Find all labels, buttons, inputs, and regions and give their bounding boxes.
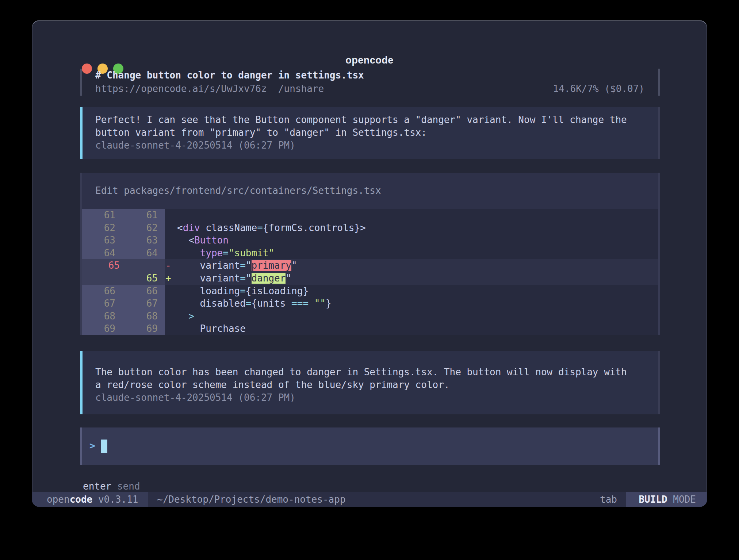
send-hint: enter send — [83, 480, 140, 493]
message-accent-bar — [80, 107, 83, 159]
hint-bar: enter send Anthropic Claude Sonnet 4 — [83, 467, 657, 480]
code-line: > — [177, 310, 658, 323]
old-line-number: 66 — [82, 285, 120, 298]
diff-marker: - — [165, 259, 176, 272]
edit-diff-panel: Edit packages/frontend/src/containers/Se… — [80, 173, 660, 335]
input-right-rail — [658, 427, 660, 465]
code-line: loading={isLoading} — [177, 285, 658, 298]
assistant-message: The button color has been changed to dan… — [80, 351, 660, 414]
message-line: a red/rose color scheme instead of the b… — [95, 379, 450, 390]
diff-row: 65 + variant="danger" — [82, 272, 658, 285]
diff-marker: + — [165, 272, 176, 285]
prompt-symbol: > — [89, 439, 95, 453]
new-line-number: 69 — [120, 322, 158, 335]
app-name-prefix: open — [47, 494, 70, 505]
diff-row: 64 64 type="submit" — [82, 247, 658, 260]
old-line-number: 69 — [82, 322, 120, 335]
assistant-message: Perfect! I can see that the Button compo… — [80, 107, 660, 159]
opencode-terminal-window: opencode # Change button color to danger… — [32, 20, 707, 507]
app-version-segment: opencode v0.3.11 — [32, 492, 148, 507]
new-line-number: 62 — [120, 222, 158, 234]
diff-file-header: Edit packages/frontend/src/containers/Se… — [82, 173, 658, 209]
spacer — [267, 83, 278, 94]
new-line-number: 65 — [120, 272, 158, 285]
enter-key-hint: enter — [83, 481, 111, 492]
message-line: The button color has been changed to dan… — [95, 367, 627, 377]
new-line-number: 68 — [120, 310, 158, 323]
message-text: The button color has been changed to dan… — [95, 366, 649, 404]
diff-row: 69 69 Purchase — [82, 322, 658, 335]
diff-row: 66 66 loading={isLoading} — [82, 285, 658, 298]
code-line: <div className={formCs.controls}> — [177, 222, 658, 234]
old-line-number: 61 — [82, 209, 120, 222]
old-line-number: 68 — [82, 310, 120, 323]
old-line-number: 64 — [82, 247, 120, 260]
new-line-number: 61 — [120, 209, 158, 222]
message-accent-bar — [80, 351, 83, 414]
code-line: variant="primary" — [177, 259, 658, 272]
new-line-number: 66 — [120, 285, 158, 298]
message-line: Perfect! I can see that the Button compo… — [95, 114, 627, 125]
app-name-bold: code — [70, 494, 93, 505]
unshare-command[interactable]: /unshare — [278, 83, 324, 94]
old-line-number: 65 — [82, 259, 120, 272]
session-title: # Change button color to danger in setti… — [95, 69, 644, 82]
app-version: v0.3.11 — [92, 494, 138, 505]
code-line: disabled={units === ""} — [177, 297, 658, 310]
diff-row: 63 63 <Button — [82, 234, 658, 247]
diff-row: 68 68 > — [82, 310, 658, 323]
message-line: button variant from "primary" to "danger… — [95, 127, 427, 138]
mode-name: BUILD — [639, 494, 667, 505]
share-url[interactable]: https://opencode.ai/s/UwJxv76z — [95, 83, 267, 94]
session-right-rail — [658, 69, 660, 96]
tab-key-hint[interactable]: tab — [600, 492, 617, 507]
send-label: send — [111, 481, 140, 492]
message-right-rail — [658, 107, 660, 159]
working-directory: ~/Desktop/Projects/demo-notes-app — [157, 492, 346, 507]
status-bar: opencode v0.3.11 ~/Desktop/Projects/demo… — [32, 492, 707, 507]
mode-segment: BUILD MODE — [626, 492, 707, 507]
diff-body: 61 61 62 62 <div className={formCs.contr… — [82, 209, 658, 335]
diff-right-rail — [658, 173, 660, 335]
new-line-number: 63 — [120, 234, 158, 247]
window-title: opencode — [32, 55, 707, 66]
session-header: # Change button color to danger in setti… — [80, 69, 660, 96]
code-line: variant="danger" — [177, 272, 658, 285]
message-right-rail — [658, 351, 660, 414]
mode-suffix: MODE — [667, 494, 696, 505]
input-left-rail — [80, 427, 82, 465]
old-line-number: 62 — [82, 222, 120, 234]
code-line: Purchase — [177, 322, 658, 335]
message-meta: claude-sonnet-4-20250514 (06:27 PM) — [95, 392, 295, 403]
message-meta: claude-sonnet-4-20250514 (06:27 PM) — [95, 140, 295, 151]
diff-row: 67 67 disabled={units === ""} — [82, 297, 658, 310]
session-share-line: https://opencode.ai/s/UwJxv76z /unshare1… — [95, 82, 644, 95]
diff-row: 61 61 — [82, 209, 658, 222]
message-text: Perfect! I can see that the Button compo… — [95, 114, 649, 152]
new-line-number: 64 — [120, 247, 158, 260]
prompt-input[interactable]: > — [80, 427, 660, 465]
new-line-number: 67 — [120, 297, 158, 310]
old-line-number: 67 — [82, 297, 120, 310]
code-line: <Button — [177, 234, 658, 247]
diff-row: 65 - variant="primary" — [82, 259, 658, 272]
old-line-number: 63 — [82, 234, 120, 247]
session-left-rail — [80, 69, 82, 96]
code-line: type="submit" — [177, 247, 658, 260]
token-usage: 14.6K/7% ($0.07) — [553, 82, 644, 95]
diff-row: 62 62 <div className={formCs.controls}> — [82, 222, 658, 234]
text-cursor — [101, 440, 107, 453]
